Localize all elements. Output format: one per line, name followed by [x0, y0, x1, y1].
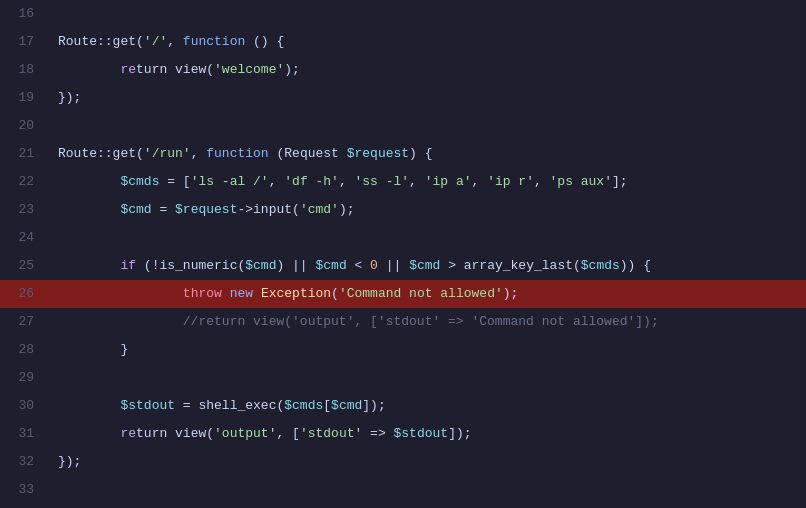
line-content: Route::get('/', function () {	[50, 28, 806, 56]
code-line: 21Route::get('/run', function (Request $…	[0, 140, 806, 168]
line-number: 26	[0, 280, 50, 308]
line-content: throw new Exception('Command not allowed…	[50, 280, 806, 308]
code-line: 22 $cmds = ['ls -al /', 'df -h', 'ss -l'…	[0, 168, 806, 196]
line-number: 22	[0, 168, 50, 196]
code-line: 18 return view('welcome');	[0, 56, 806, 84]
code-line: 23 $cmd = $request->input('cmd');	[0, 196, 806, 224]
line-content: Route::get('/run', function (Request $re…	[50, 140, 806, 168]
code-line: 33	[0, 476, 806, 504]
code-line: 27 //return view('output', ['stdout' => …	[0, 308, 806, 336]
line-number: 23	[0, 196, 50, 224]
code-line: 24	[0, 224, 806, 252]
line-number: 29	[0, 364, 50, 392]
line-number: 31	[0, 420, 50, 448]
line-number: 33	[0, 476, 50, 504]
code-line: 31 return view('output', ['stdout' => $s…	[0, 420, 806, 448]
code-editor: 1617Route::get('/', function () {18 retu…	[0, 0, 806, 508]
line-content: $cmds = ['ls -al /', 'df -h', 'ss -l', '…	[50, 168, 806, 196]
code-line: 17Route::get('/', function () {	[0, 28, 806, 56]
code-line: 32});	[0, 448, 806, 476]
line-number: 21	[0, 140, 50, 168]
code-line: 28 }	[0, 336, 806, 364]
line-number: 30	[0, 392, 50, 420]
line-number: 32	[0, 448, 50, 476]
line-number: 27	[0, 308, 50, 336]
line-content: return view('output', ['stdout' => $stdo…	[50, 420, 806, 448]
line-number: 24	[0, 224, 50, 252]
line-content: return view('welcome');	[50, 56, 806, 84]
line-number: 17	[0, 28, 50, 56]
code-line: 20	[0, 112, 806, 140]
line-number: 18	[0, 56, 50, 84]
code-line: 30 $stdout = shell_exec($cmds[$cmd]);	[0, 392, 806, 420]
code-line: 29	[0, 364, 806, 392]
code-line: 19});	[0, 84, 806, 112]
line-content: //return view('output', ['stdout' => 'Co…	[50, 308, 806, 336]
line-content: $cmd = $request->input('cmd');	[50, 196, 806, 224]
code-line: 16	[0, 0, 806, 28]
line-content: }	[50, 336, 806, 364]
line-content: });	[50, 84, 806, 112]
line-number: 20	[0, 112, 50, 140]
line-content: $stdout = shell_exec($cmds[$cmd]);	[50, 392, 806, 420]
code-line: 25 if (!is_numeric($cmd) || $cmd < 0 || …	[0, 252, 806, 280]
line-number: 16	[0, 0, 50, 28]
line-number: 25	[0, 252, 50, 280]
line-number: 19	[0, 84, 50, 112]
code-line: 26 throw new Exception('Command not allo…	[0, 280, 806, 308]
line-content: });	[50, 448, 806, 476]
line-number: 28	[0, 336, 50, 364]
line-content: if (!is_numeric($cmd) || $cmd < 0 || $cm…	[50, 252, 806, 280]
